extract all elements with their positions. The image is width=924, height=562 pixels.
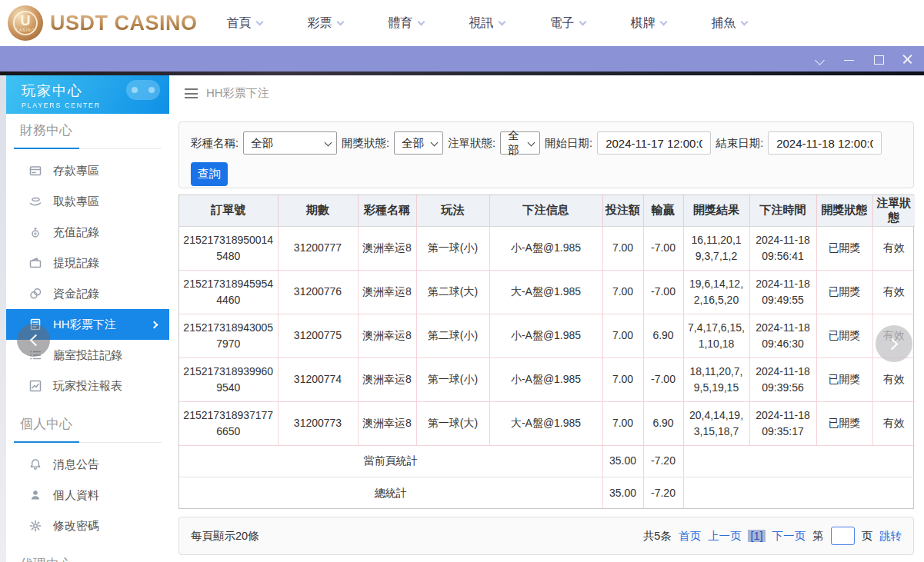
table-cell: 澳洲幸运8 — [358, 401, 416, 445]
hamburger-icon[interactable] — [185, 88, 198, 98]
draw-status-label: 開獎狀態: — [342, 136, 389, 151]
column-header: 下注信息 — [489, 195, 602, 226]
sidebar-item-recharge-log[interactable]: 充值記錄 — [6, 217, 169, 248]
table-cell: 31200777 — [278, 226, 358, 270]
chevron-down-icon — [255, 18, 263, 25]
sidebar-item-label: 玩家投注報表 — [53, 379, 122, 394]
order-status-label: 注單狀態: — [448, 136, 495, 151]
bell-icon — [29, 458, 42, 471]
table-cell: 31200773 — [278, 401, 358, 445]
lottery-name-label: 彩種名稱: — [191, 136, 239, 151]
table-cell: 已開獎 — [816, 401, 872, 445]
chevron-down-icon — [498, 18, 505, 25]
maximize-icon[interactable] — [873, 54, 884, 65]
first-page-link[interactable]: 首页 — [679, 529, 701, 544]
nav-item-label: 捕魚 — [712, 15, 736, 32]
collapse-chevron-icon[interactable] — [815, 54, 826, 65]
table-cell: 大-A盤@1.985 — [489, 270, 602, 314]
report-icon — [29, 380, 42, 392]
deposit-icon — [29, 165, 42, 177]
sidebar-item-announcements[interactable]: 消息公告 — [6, 449, 169, 480]
table-cell: 20,4,14,19,3,15,18,7 — [683, 401, 749, 445]
table-cell: 16,11,20,19,3,7,1,2 — [683, 226, 749, 270]
table-cell: -7.00 — [643, 357, 683, 401]
chevron-right-icon — [886, 338, 899, 350]
sidebar-item-deposit[interactable]: 存款專區 — [6, 155, 169, 186]
nav-item-label: 棋牌 — [631, 15, 655, 32]
current-page: [1] — [748, 530, 765, 542]
table-cell: -7.00 — [643, 226, 683, 270]
page-summary-bet: 35.00 — [602, 445, 643, 477]
order-status-select[interactable]: 全部 — [500, 131, 540, 155]
start-date-input[interactable] — [597, 131, 711, 155]
pagination-bar: 每頁顯示20條 共5条 首页 上一页 [1] 下一页 第 页 跳转 — [178, 517, 914, 555]
main-nav: 首頁彩票體育視訊電子棋牌捕魚 — [204, 15, 769, 32]
table-cell: 大-A盤@1.985 — [489, 401, 602, 445]
jump-button[interactable]: 跳转 — [879, 529, 902, 544]
usdt-coin-icon: U CASINO — [8, 5, 43, 41]
sidebar-item-player-report[interactable]: 玩家投注報表 — [6, 371, 169, 401]
chevron-right-icon — [151, 321, 158, 328]
sidebar-item-label: 存款專區 — [53, 164, 99, 178]
prev-page-link[interactable]: 上一页 — [708, 529, 742, 544]
nav-item-lottery[interactable]: 彩票 — [285, 15, 365, 32]
table-cell: 31200774 — [278, 357, 358, 401]
draw-status-select[interactable]: 全部 — [394, 131, 443, 155]
nav-item-fishing[interactable]: 捕魚 — [689, 15, 769, 32]
nav-item-slots[interactable]: 電子 — [527, 15, 608, 32]
table-row: 215217318939960954031200774澳洲幸运8第一球(小)小-… — [179, 357, 915, 401]
chevron-down-icon — [336, 18, 344, 25]
user-icon — [29, 489, 42, 501]
table-cell: 31200776 — [278, 270, 358, 314]
page-summary-winloss: -7.20 — [643, 445, 683, 477]
end-date-label: 結束日期: — [716, 136, 763, 151]
scroll-right-button[interactable] — [876, 325, 912, 362]
lottery-name-select[interactable]: 全部 — [243, 131, 337, 155]
nav-item-live[interactable]: 視訊 — [446, 15, 527, 32]
table-cell: 7.00 — [602, 270, 643, 314]
column-header: 開獎結果 — [683, 195, 749, 226]
sidebar-item-password[interactable]: 修改密碼 — [6, 510, 169, 541]
minimize-icon[interactable] — [844, 54, 855, 65]
sidebar-item-withdraw[interactable]: 取款專區 — [6, 186, 169, 217]
sidebar-item-label: 廳室投註記錄 — [53, 348, 122, 363]
nav-item-sports[interactable]: 體育 — [365, 15, 446, 32]
column-header: 輸贏 — [643, 195, 683, 226]
column-header: 玩法 — [416, 195, 489, 226]
table-cell: 2024-11-18 09:56:41 — [749, 226, 816, 270]
nav-item-label: 彩票 — [308, 15, 332, 32]
nav-item-home[interactable]: 首頁 — [204, 15, 285, 32]
nav-item-cards[interactable]: 棋牌 — [608, 15, 689, 32]
lottery-name-value: 全部 — [251, 136, 273, 151]
table-cell: 已開獎 — [816, 226, 872, 270]
emblem-subtext: CASINO — [15, 28, 35, 32]
chevron-down-icon — [417, 18, 425, 25]
search-button[interactable]: 查詢 — [191, 162, 228, 186]
brand-logo[interactable]: U CASINO USDT CASINO — [0, 5, 181, 41]
end-date-input[interactable] — [768, 131, 882, 155]
column-header: 訂單號 — [179, 195, 278, 226]
column-header: 注單狀態 — [872, 195, 915, 226]
table-row: 215217318950014548031200777澳洲幸运8第一球(小)小-… — [179, 226, 915, 270]
close-icon[interactable] — [902, 54, 913, 65]
table-cell: 7.00 — [602, 401, 643, 445]
table-cell: -7.00 — [643, 270, 683, 314]
jump-prefix-label: 第 — [812, 529, 824, 544]
draw-status-value: 全部 — [402, 136, 424, 151]
gamepad-icon — [126, 80, 160, 100]
sidebar-section-title-personal: 個人中心 — [14, 414, 162, 443]
table-cell: 小-A盤@1.985 — [489, 226, 602, 270]
breadcrumb: HH彩票下注 — [185, 86, 269, 101]
next-page-link[interactable]: 下一页 — [772, 529, 806, 544]
table-cell: 2152173189430057970 — [179, 314, 278, 357]
sidebar-item-cashout-log[interactable]: 提現記錄 — [6, 248, 169, 278]
sidebar-item-profile[interactable]: 個人資料 — [6, 480, 169, 510]
sidebar-item-label: 修改密碼 — [53, 519, 99, 534]
left-edge-strip — [0, 75, 6, 562]
table-cell: 6.90 — [643, 401, 683, 445]
emblem-letter: U — [21, 14, 31, 28]
sidebar-item-funds-log[interactable]: 資金記錄 — [6, 278, 169, 309]
table-cell: 7.00 — [602, 314, 643, 357]
scroll-left-button[interactable] — [17, 324, 50, 357]
page-jump-input[interactable] — [831, 527, 855, 545]
